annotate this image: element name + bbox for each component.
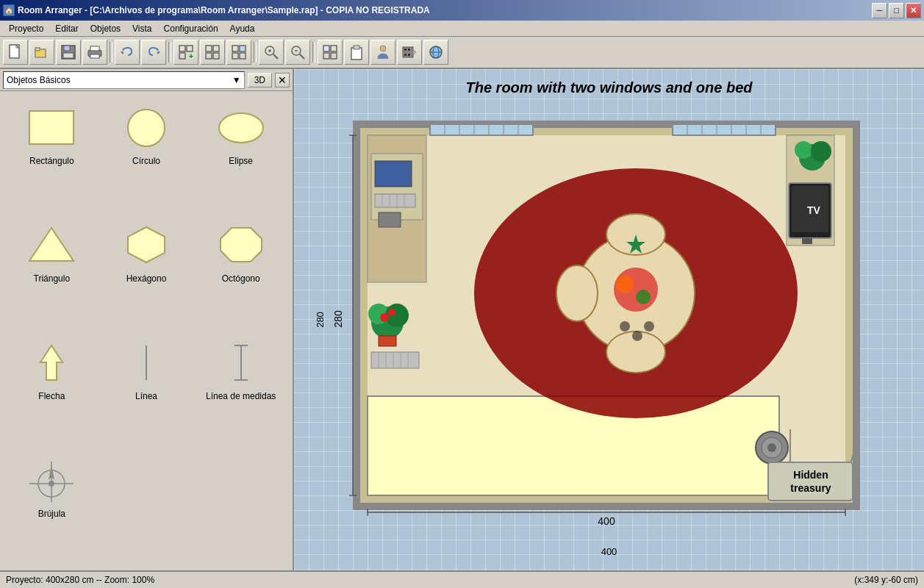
arrow-icon xyxy=(26,342,77,382)
circle-icon xyxy=(121,107,172,148)
shape-arrow[interactable]: Flecha xyxy=(6,332,98,447)
shape-line[interactable]: Línea xyxy=(101,332,193,447)
undo-button[interactable] xyxy=(115,40,140,65)
menu-editar[interactable]: Editar xyxy=(49,22,84,35)
resize-button[interactable] xyxy=(200,40,225,65)
svg-line-25 xyxy=(273,54,278,59)
menu-proyecto[interactable]: Proyecto xyxy=(3,22,49,35)
svg-marker-51 xyxy=(40,345,62,380)
svg-point-47 xyxy=(219,113,263,143)
svg-text:Hidden: Hidden xyxy=(793,469,828,481)
minimize-button[interactable]: ─ xyxy=(872,3,887,18)
svg-rect-10 xyxy=(179,46,185,51)
menu-ayuda[interactable]: Ayuda xyxy=(224,22,261,35)
status-bar: Proyecto: 400x280 cm -- Zoom: 100% (x:34… xyxy=(0,570,924,588)
svg-rect-38 xyxy=(404,49,407,51)
svg-point-91 xyxy=(388,309,395,316)
film-button[interactable] xyxy=(397,40,422,65)
save-button[interactable] xyxy=(56,40,81,65)
octagon-icon xyxy=(215,224,267,265)
svg-line-28 xyxy=(300,54,304,59)
panel-dropdown[interactable]: Objetos Básicos ▼ xyxy=(3,71,245,89)
shape-rectangle[interactable]: Rectángulo xyxy=(6,97,98,212)
svg-rect-19 xyxy=(240,46,246,51)
dimension-height: 280 xyxy=(315,312,326,328)
svg-rect-12 xyxy=(179,53,185,59)
shape-circle[interactable]: Círculo xyxy=(101,97,193,212)
globe-button[interactable] xyxy=(423,40,448,65)
arrow-label: Flecha xyxy=(38,391,65,401)
status-left: Proyecto: 400x280 cm -- Zoom: 100% xyxy=(6,575,154,585)
svg-rect-118 xyxy=(802,238,812,244)
svg-rect-14 xyxy=(206,46,212,51)
svg-point-109 xyxy=(632,331,642,341)
svg-point-103 xyxy=(556,265,598,321)
svg-rect-63 xyxy=(430,124,533,135)
svg-rect-41 xyxy=(408,54,410,56)
room-title: The room with two windows and one bed xyxy=(294,79,924,96)
svg-rect-16 xyxy=(206,53,212,59)
title-bar: 🏠 Room Arranger - [C:\Archivos de progra… xyxy=(0,0,924,21)
triangle-label: Triángulo xyxy=(34,273,71,284)
svg-point-59 xyxy=(49,481,54,487)
menu-objetos[interactable]: Objetos xyxy=(85,22,126,35)
print-button[interactable] xyxy=(82,40,107,65)
svg-rect-17 xyxy=(213,53,219,59)
panel-close-button[interactable]: ✕ xyxy=(275,73,290,87)
triangle-icon xyxy=(26,224,77,265)
svg-rect-9 xyxy=(90,54,99,58)
redo-button[interactable] xyxy=(141,40,166,65)
main-layout: Objetos Básicos ▼ 3D ✕ Rectángulo xyxy=(0,69,924,570)
rectangle-icon xyxy=(26,107,77,148)
zoom-out-button[interactable] xyxy=(285,40,310,65)
shape-measure[interactable]: Línea de medidas xyxy=(195,332,287,447)
svg-point-35 xyxy=(380,46,386,51)
zoom-in-button[interactable] xyxy=(259,40,284,65)
new-button[interactable] xyxy=(3,40,28,65)
shape-hexagon[interactable]: Hexágono xyxy=(101,215,193,329)
person-button[interactable] xyxy=(370,40,395,65)
svg-rect-3 xyxy=(35,48,40,51)
svg-rect-32 xyxy=(331,53,337,59)
svg-point-108 xyxy=(620,321,630,331)
add-room-button[interactable]: + xyxy=(173,40,198,65)
fit-button[interactable] xyxy=(318,40,343,65)
canvas-area[interactable]: The room with two windows and one bed 28… xyxy=(294,69,924,570)
sep3 xyxy=(253,40,257,65)
maximize-button[interactable]: □ xyxy=(889,3,904,18)
svg-rect-39 xyxy=(408,49,410,51)
svg-marker-50 xyxy=(221,228,262,262)
menu-configuracion[interactable]: Configuración xyxy=(158,22,224,35)
shape-ellipse[interactable]: Elipse xyxy=(195,97,287,212)
move-button[interactable] xyxy=(226,40,251,65)
shape-octagon[interactable]: Octógono xyxy=(195,215,287,329)
svg-rect-89 xyxy=(379,336,396,346)
svg-text:+: + xyxy=(189,52,193,60)
svg-rect-31 xyxy=(323,53,329,59)
svg-rect-85 xyxy=(379,212,401,227)
svg-rect-30 xyxy=(331,46,337,51)
svg-rect-34 xyxy=(354,46,359,49)
status-right: (x:349 y:-60 cm) xyxy=(854,575,918,585)
open-button[interactable] xyxy=(29,40,54,65)
app-icon: 🏠 xyxy=(3,4,15,16)
menu-bar: Proyecto Editar Objetos Vista Configurac… xyxy=(0,21,924,37)
svg-point-88 xyxy=(385,304,409,327)
measure-label: Línea de medidas xyxy=(206,391,276,401)
menu-vista[interactable]: Vista xyxy=(126,22,157,35)
clipboard-button[interactable] xyxy=(344,40,369,65)
measure-icon xyxy=(215,342,267,382)
svg-marker-49 xyxy=(128,227,165,262)
close-button[interactable]: ✕ xyxy=(906,3,921,18)
svg-rect-20 xyxy=(232,53,238,59)
line-label: Línea xyxy=(135,391,157,401)
title-text: Room Arranger - [C:\Archivos de programa… xyxy=(18,5,430,15)
shape-compass[interactable]: Brújula xyxy=(6,450,98,564)
svg-rect-123 xyxy=(768,462,853,501)
ellipse-icon xyxy=(215,107,267,148)
svg-rect-29 xyxy=(323,46,329,51)
shape-triangle[interactable]: Triángulo xyxy=(6,215,98,329)
svg-point-122 xyxy=(767,443,776,452)
sep4 xyxy=(312,40,316,65)
3d-button[interactable]: 3D xyxy=(248,73,272,87)
